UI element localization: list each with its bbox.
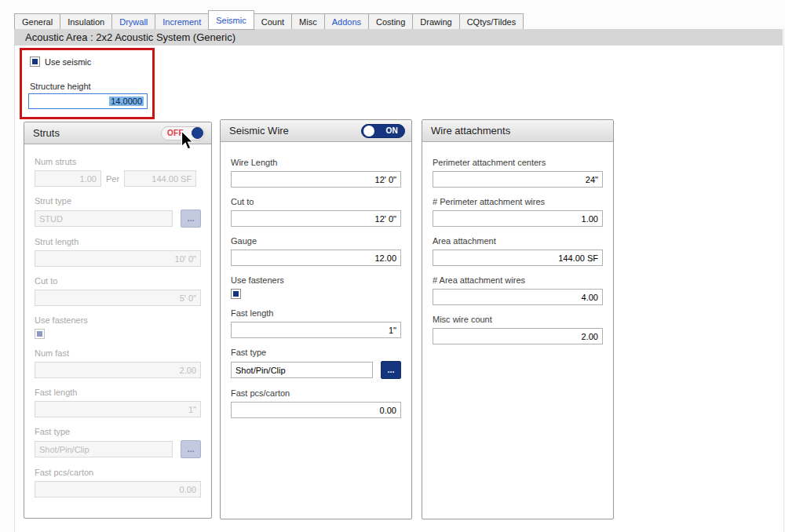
- area-attachment-input[interactable]: 144.00 SF: [433, 250, 603, 266]
- tab-drawing[interactable]: Drawing: [412, 13, 458, 30]
- num-struts-input: 1.00: [35, 170, 101, 187]
- seismic-wire-panel-header: Seismic Wire ON: [221, 120, 411, 142]
- structure-height-input[interactable]: 14.0000: [28, 93, 148, 109]
- strut-type-label: Strut type: [35, 196, 201, 206]
- struts-panel: Struts OFF Num struts 1.00 Per 144.00 SF…: [24, 122, 212, 519]
- wire-cut-to-label: Cut to: [231, 197, 401, 206]
- seismic-wire-panel: Seismic Wire ON Wire Length 12' 0" Cut t…: [220, 119, 412, 519]
- tab-count[interactable]: Count: [254, 13, 291, 30]
- strut-length-label: Strut length: [35, 237, 201, 246]
- struts-fast-length-label: Fast length: [35, 388, 201, 397]
- wire-fast-pcs-input[interactable]: 0.00: [231, 402, 401, 418]
- tab-general[interactable]: General: [14, 13, 60, 30]
- wire-fast-length-input[interactable]: 1": [231, 322, 401, 338]
- per-area-input: 144.00 SF: [124, 170, 196, 187]
- strut-type-browse-button: ...: [181, 210, 201, 228]
- tab-drywall[interactable]: Drywall: [111, 13, 155, 30]
- struts-cut-to-label: Cut to: [35, 276, 201, 286]
- tab-addons[interactable]: Addons: [324, 13, 368, 30]
- perimeter-attachment-centers-label: Perimeter attachment centers: [433, 158, 603, 167]
- wire-length-input[interactable]: 12' 0": [231, 171, 401, 188]
- wire-fast-type-input[interactable]: Shot/Pin/Clip: [231, 362, 373, 378]
- gauge-label: Gauge: [231, 236, 401, 246]
- struts-fast-type-browse-button: ...: [181, 440, 201, 458]
- misc-wire-count-input[interactable]: 2.00: [433, 328, 603, 344]
- wire-fast-pcs-label: Fast pcs/carton: [231, 388, 401, 398]
- checkbox-check-mark: [37, 331, 42, 337]
- struts-toggle-label: OFF: [167, 129, 184, 137]
- page-title-bar: Acoustic Area : 2x2 Acoustic System (Gen…: [14, 29, 783, 46]
- num-fast-input: 2.00: [35, 362, 201, 378]
- seismic-wire-toggle[interactable]: ON: [361, 124, 405, 138]
- struts-use-fasteners-checkbox: [35, 329, 45, 339]
- wire-cut-to-input[interactable]: 12' 0": [231, 210, 401, 227]
- struts-fast-length-input: 1": [35, 401, 201, 417]
- struts-fast-type-label: Fast type: [35, 427, 201, 436]
- wire-use-fasteners-label: Use fasteners: [231, 275, 401, 285]
- struts-panel-header: Struts OFF: [24, 122, 211, 144]
- strut-length-input: 10' 0": [35, 250, 201, 267]
- use-seismic-checkbox[interactable]: [30, 56, 40, 67]
- wire-attachments-panel-header: Wire attachments: [422, 120, 613, 142]
- area-attachment-wires-label: # Area attachment wires: [433, 275, 603, 285]
- structure-height-label: Structure height: [30, 82, 91, 91]
- perimeter-attachment-wires-label: # Perimeter attachment wires: [433, 197, 603, 206]
- per-label: Per: [106, 174, 119, 184]
- wire-fast-type-browse-button[interactable]: ...: [381, 361, 401, 379]
- struts-toggle-knob: [192, 127, 203, 139]
- checkbox-check-mark: [233, 291, 239, 297]
- tab-seismic[interactable]: Seismic: [208, 10, 254, 30]
- struts-fast-pcs-label: Fast pcs/carton: [35, 468, 201, 477]
- seismic-options-highlight: Use seismic Structure height 14.0000: [20, 48, 155, 119]
- checkbox-check-mark: [32, 59, 38, 64]
- struts-fast-type-input: Shot/Pin/Clip: [35, 441, 173, 457]
- num-struts-label: Num struts: [35, 157, 201, 166]
- strut-type-input: STUD: [35, 210, 173, 227]
- tab-strip: General Insulation Drywall Increment Sei…: [14, 10, 524, 30]
- struts-cut-to-input: 5' 0": [35, 290, 201, 306]
- wire-use-fasteners-checkbox[interactable]: [231, 289, 241, 299]
- page-title: Acoustic Area : 2x2 Acoustic System (Gen…: [25, 31, 236, 43]
- misc-wire-count-label: Misc wire count: [433, 315, 603, 324]
- area-attachment-wires-input[interactable]: 4.00: [433, 289, 603, 305]
- wire-fast-length-label: Fast length: [231, 308, 401, 318]
- structure-height-value: 14.0000: [109, 97, 144, 106]
- seismic-wire-panel-title: Seismic Wire: [229, 125, 289, 137]
- tab-misc[interactable]: Misc: [291, 13, 324, 30]
- tab-cqtys-tildes[interactable]: CQtys/Tildes: [459, 13, 524, 30]
- num-fast-label: Num fast: [35, 348, 201, 358]
- tab-increment[interactable]: Increment: [155, 13, 208, 30]
- tab-costing[interactable]: Costing: [368, 13, 412, 30]
- wire-attachments-panel-title: Wire attachments: [431, 125, 510, 137]
- gauge-input[interactable]: 12.00: [231, 250, 401, 266]
- seismic-wire-toggle-label: ON: [385, 126, 398, 135]
- perimeter-attachment-centers-input[interactable]: 24": [433, 171, 603, 188]
- wire-fast-type-label: Fast type: [231, 348, 401, 357]
- area-attachment-label: Area attachment: [433, 236, 603, 246]
- struts-panel-title: Struts: [33, 127, 60, 139]
- tab-insulation[interactable]: Insulation: [60, 13, 111, 30]
- use-seismic-label: Use seismic: [45, 57, 91, 67]
- struts-toggle[interactable]: OFF: [161, 126, 205, 140]
- perimeter-attachment-wires-input[interactable]: 1.00: [433, 210, 603, 227]
- wire-length-label: Wire Length: [231, 158, 401, 167]
- seismic-wire-toggle-knob: [363, 126, 374, 137]
- struts-use-fasteners-label: Use fasteners: [35, 315, 201, 325]
- struts-fast-pcs-input: 0.00: [35, 481, 201, 497]
- wire-attachments-panel: Wire attachments Perimeter attachment ce…: [422, 119, 614, 519]
